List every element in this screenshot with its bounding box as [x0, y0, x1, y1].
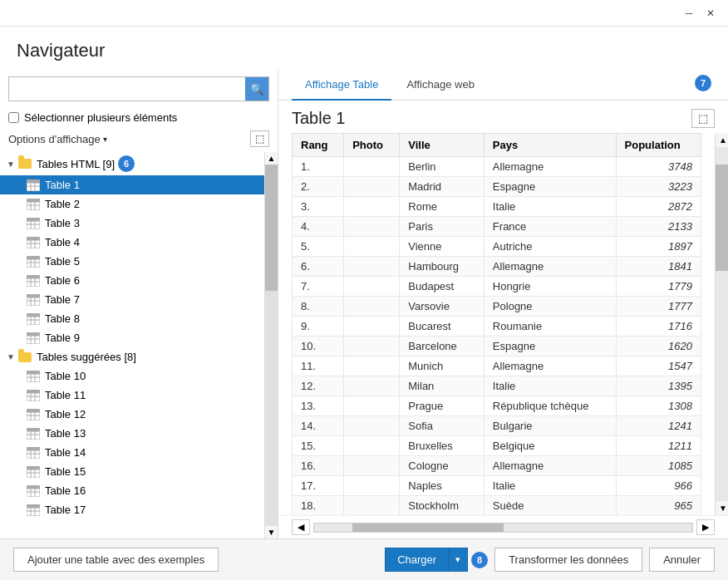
tree-item-label: Table 6	[45, 274, 80, 287]
svg-rect-11	[27, 199, 40, 202]
table-row: 11.MunichAllemagne1547	[293, 356, 701, 376]
scroll-up-button[interactable]: ▲	[265, 152, 278, 165]
table-cell: 2872	[616, 197, 701, 217]
table-cell: Berlin	[400, 157, 485, 177]
tree-item-table14[interactable]: Table 14	[0, 443, 264, 462]
table-cell: 9.	[293, 317, 344, 337]
tree-item-label: Table 16	[45, 484, 86, 497]
table-row: 9.BucarestRoumanie1716	[293, 317, 701, 337]
table-cell	[344, 237, 400, 257]
export-button[interactable]: ⬚	[691, 109, 715, 128]
tree-item-table10[interactable]: Table 10	[0, 366, 264, 386]
table-row: 10.BarceloneEspagne1620	[293, 337, 701, 356]
tree-item-table7[interactable]: Table 7	[0, 290, 264, 309]
table-title-row: Table 1 ⬚	[278, 101, 728, 133]
tree-item-table1[interactable]: Table 1	[0, 175, 264, 194]
table-cell: 965	[616, 496, 701, 516]
multi-select-checkbox[interactable]	[8, 112, 19, 123]
tree-item-table12[interactable]: Table 12	[0, 405, 264, 424]
tree-item-table6[interactable]: Table 6	[0, 271, 264, 290]
tab-table[interactable]: Affichage Table	[292, 70, 391, 101]
charger-arrow-button[interactable]: ▾	[448, 548, 468, 572]
tree-item-table3[interactable]: Table 3	[0, 214, 264, 233]
folder-icon	[18, 352, 32, 362]
tree-item-table15[interactable]: Table 15	[0, 462, 264, 481]
table-cell: 18.	[293, 496, 344, 516]
tree-item-table13[interactable]: Table 13	[0, 424, 264, 443]
close-button[interactable]: ✕	[700, 2, 721, 24]
search-box: 🔍	[8, 76, 269, 101]
tree-item-table4[interactable]: Table 4	[0, 233, 264, 252]
tree-item-table17[interactable]: Table 17	[0, 500, 264, 519]
scroll-right-button[interactable]: ▶	[696, 519, 715, 535]
table-cell: 3748	[616, 157, 701, 177]
search-input[interactable]	[9, 79, 245, 100]
table-cell: 1716	[616, 317, 701, 337]
export-nav-button[interactable]: ⬚	[250, 130, 269, 147]
table-cell: 1.	[293, 157, 344, 177]
table-row: 1.BerlinAllemagne3748	[293, 157, 701, 177]
right-scroll-thumb	[716, 165, 728, 271]
bottom-bar: Ajouter une table avec des exemples Char…	[0, 538, 728, 580]
left-scrollbar: ▲ ▼	[264, 152, 278, 538]
search-button[interactable]: 🔍	[245, 77, 268, 101]
table-cell: 1897	[616, 237, 701, 257]
checkbox-row: Sélectionner plusieurs éléments	[0, 108, 278, 129]
tree-item-table16[interactable]: Table 16	[0, 481, 264, 500]
table-cell: 1085	[616, 456, 701, 476]
table-icon	[27, 409, 40, 420]
table-cell	[344, 396, 400, 416]
scroll-up-right-button[interactable]: ▲	[716, 133, 728, 147]
scroll-down-button[interactable]: ▼	[265, 526, 278, 538]
table-cell: Espagne	[484, 177, 616, 197]
scroll-left-button[interactable]: ◀	[292, 519, 310, 535]
table-cell: Bulgarie	[484, 416, 616, 436]
tree-item-table8[interactable]: Table 8	[0, 309, 264, 328]
table-cell: Pologne	[484, 297, 616, 317]
table-cell: Madrid	[400, 177, 485, 197]
table-cell: Prague	[400, 396, 485, 416]
table-cell: République tchèque	[484, 396, 616, 416]
annuler-button[interactable]: Annuler	[649, 548, 715, 572]
scroll-down-right-button[interactable]: ▼	[716, 501, 728, 515]
tab-web[interactable]: Affichage web	[393, 70, 487, 101]
table-icon	[27, 390, 40, 401]
table-cell: France	[484, 217, 616, 237]
table-cell: 3.	[293, 197, 344, 217]
scroll-thumb	[265, 165, 278, 291]
svg-rect-95	[27, 485, 40, 489]
table-icon	[27, 199, 40, 210]
tree-item-table9[interactable]: Table 9	[0, 328, 264, 347]
options-link[interactable]: Options d'affichage ▾	[8, 133, 107, 145]
svg-rect-29	[27, 256, 40, 259]
minimize-button[interactable]: ─	[678, 2, 700, 24]
add-table-button[interactable]: Ajouter une table avec des exemples	[13, 548, 219, 572]
tree-item-table11[interactable]: Table 11	[0, 386, 264, 405]
table-cell: Hongrie	[484, 277, 616, 297]
transformer-button[interactable]: Transformer les données	[494, 548, 642, 572]
svg-rect-101	[27, 504, 40, 508]
group1-header[interactable]: ▼ Tables HTML [9] 6	[0, 152, 264, 175]
h-scroll-track	[313, 523, 693, 533]
table-cell: 15.	[293, 436, 344, 456]
tabs-row: Affichage Table Affichage web 7	[278, 70, 728, 101]
tree-item-label: Table 8	[45, 312, 80, 325]
table-cell: Budapest	[400, 277, 485, 297]
tree-item-label: Table 13	[45, 427, 86, 440]
table-cell: 1777	[616, 297, 701, 317]
table-cell	[344, 317, 400, 337]
tree-item-table2[interactable]: Table 2	[0, 194, 264, 214]
group2-header[interactable]: ▼ Tables suggérées [8]	[0, 347, 264, 366]
table-cell: Bruxelles	[400, 436, 485, 456]
col-population: Population	[616, 134, 701, 157]
table-cell: Italie	[484, 197, 616, 217]
table-cell	[344, 476, 400, 496]
table-cell: 2.	[293, 177, 344, 197]
table-icon	[27, 332, 40, 344]
right-scrollbar: ▲ ▼	[715, 133, 728, 515]
tree-item-label: Table 15	[45, 465, 86, 478]
tree-item-table5[interactable]: Table 5	[0, 252, 264, 271]
chevron-down-icon: ▾	[103, 135, 107, 144]
charger-main-button[interactable]: Charger	[385, 548, 448, 572]
table-icon	[27, 466, 40, 478]
